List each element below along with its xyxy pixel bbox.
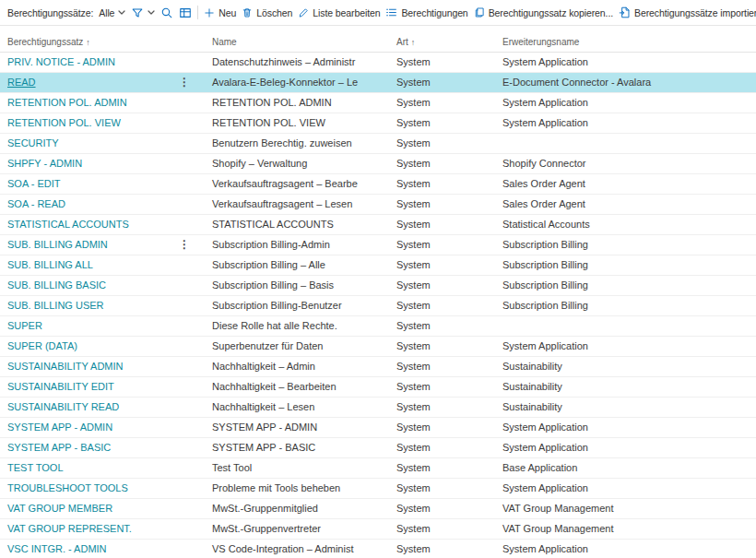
sort-ascending-icon: ↑ [411, 38, 416, 47]
copy-icon [474, 6, 485, 18]
permission-set-link[interactable]: SHPFY - ADMIN [7, 158, 82, 169]
table-row[interactable]: SHPFY - ADMIN Shopify – Verwaltung Syste… [0, 153, 756, 173]
table-row[interactable]: SYSTEM APP - BASIC SYSTEM APP - BASIC Sy… [0, 437, 756, 457]
table-row[interactable]: STATISTICAL ACCOUNTS STATISTICAL ACCOUNT… [0, 214, 756, 234]
table-row[interactable]: SUSTAINABILITY READ Nachhaltigkeit – Les… [0, 397, 756, 417]
cell-name: Avalara-E-Beleg-Konnektor – Le [205, 72, 389, 92]
permission-set-link[interactable]: SUSTAINABILITY ADMIN [7, 361, 124, 372]
table-row[interactable]: SOA - READ Verkaufsauftragsagent – Lesen… [0, 194, 756, 214]
col-header-erweiterungsname[interactable]: Erweiterungsname [495, 26, 756, 52]
permission-set-link[interactable]: TEST TOOL [7, 462, 64, 473]
table-row[interactable]: SUSTAINABILITY ADMIN Nachhaltigkeit – Ad… [0, 356, 756, 376]
permission-set-link[interactable]: SUB. BILLING ALL [7, 259, 93, 270]
cell-name: Subscription Billing – Basis [205, 275, 389, 295]
table-row[interactable]: VSC INTGR. - ADMIN VS Code-Integration –… [0, 539, 756, 558]
cell-extension [495, 133, 756, 153]
chevron-down-icon [118, 10, 125, 15]
permission-set-link[interactable]: SECURITY [7, 137, 59, 148]
view-filter-dropdown[interactable]: Alle [99, 7, 125, 18]
permission-set-link[interactable]: SUB. BILLING BASIC [7, 279, 106, 291]
table-row[interactable]: SUSTAINABILITY EDIT Nachhaltigkeit – Bea… [0, 376, 756, 397]
cell-name: Datenschutzhinweis – Administr [205, 52, 389, 72]
view-filter-value: Alle [99, 7, 114, 18]
table-row[interactable]: SUB. BILLING BASIC Subscription Billing … [0, 275, 756, 295]
list-caption: Berechtigungssätze: [7, 7, 93, 18]
table-row[interactable]: VAT GROUP REPRESENT. MwSt.-Gruppenvertre… [0, 518, 756, 539]
import-permission-sets-button[interactable]: Berechtigungssätze importieren [619, 6, 756, 18]
permission-set-link[interactable]: SOA - READ [7, 198, 65, 209]
filter-button[interactable] [131, 6, 155, 19]
col-header-name[interactable]: Name [205, 26, 389, 52]
column-label: Name [212, 37, 237, 47]
cell-extension: Statistical Accounts [495, 214, 756, 234]
search-button[interactable] [160, 6, 173, 19]
permission-set-link[interactable]: SUPER [7, 320, 42, 331]
cell-extension: System Application [495, 113, 756, 133]
table-row[interactable]: SUB. BILLING ADMIN⋮ Subscription Billing… [0, 234, 756, 255]
filter-icon [131, 6, 144, 19]
permission-set-link[interactable]: SUB. BILLING ADMIN [7, 239, 108, 250]
table-row[interactable]: PRIV. NOTICE - ADMIN Datenschutzhinweis … [0, 52, 756, 72]
table-row[interactable]: SUPER (DATA) Superbenutzer für Daten Sys… [0, 336, 756, 356]
permission-set-link[interactable]: STATISTICAL ACCOUNTS [7, 219, 129, 230]
permission-set-link[interactable]: SOA - EDIT [7, 178, 60, 189]
cell-name: Superbenutzer für Daten [205, 336, 389, 356]
cell-art: System [389, 498, 495, 518]
cell-name: Probleme mit Tools beheben [205, 478, 389, 498]
permission-set-link[interactable]: TROUBLESHOOT TOOLS [7, 482, 128, 493]
action-label: Berechtigungssatz kopieren... [489, 7, 613, 18]
table-row[interactable]: RETENTION POL. VIEW RETENTION POL. VIEW … [0, 113, 756, 133]
table-body: PRIV. NOTICE - ADMIN Datenschutzhinweis … [0, 52, 756, 558]
table-row[interactable]: RETENTION POL. ADMIN RETENTION POL. ADMI… [0, 92, 756, 113]
permission-set-link[interactable]: RETENTION POL. VIEW [7, 117, 121, 128]
table-row[interactable]: SOA - EDIT Verkaufsauftragsagent – Bearb… [0, 173, 756, 194]
table-row[interactable]: SUB. BILLING ALL Subscription Billing – … [0, 255, 756, 275]
permission-set-link[interactable]: SUSTAINABILITY EDIT [7, 381, 114, 392]
table-row[interactable]: TROUBLESHOOT TOOLS Probleme mit Tools be… [0, 478, 756, 498]
copy-permission-set-button[interactable]: Berechtigungssatz kopieren... [474, 6, 613, 18]
permission-set-link[interactable]: RETENTION POL. ADMIN [7, 97, 127, 108]
row-menu-icon[interactable]: ⋮ [179, 77, 190, 88]
cell-name: RETENTION POL. ADMIN [205, 92, 389, 113]
permission-set-link[interactable]: SUSTAINABILITY READ [7, 401, 119, 412]
permissions-button[interactable]: Berechtigungen [385, 6, 467, 18]
cell-art: System [389, 356, 495, 376]
permissions-list-icon [385, 6, 397, 18]
new-button[interactable]: Neu [204, 7, 236, 18]
permission-set-link[interactable]: SYSTEM APP - ADMIN [7, 421, 112, 433]
sort-ascending-icon: ↑ [86, 38, 90, 47]
col-header-berechtigungssatz[interactable]: Berechtigungssatz↑ [0, 26, 205, 52]
permission-set-link[interactable]: SUB. BILLING USER [7, 300, 104, 311]
cell-art: System [389, 397, 495, 417]
row-menu-icon[interactable]: ⋮ [179, 239, 190, 250]
cell-art: System [389, 539, 495, 558]
permission-set-link[interactable]: SYSTEM APP - BASIC [7, 442, 111, 453]
cell-art: System [389, 214, 495, 234]
col-header-art[interactable]: Art↑ [389, 26, 495, 52]
pencil-icon [298, 7, 309, 18]
table-row[interactable]: SECURITY Benutzern Berechtig. zuweisen S… [0, 133, 756, 153]
delete-button[interactable]: Löschen [242, 6, 292, 18]
table-row[interactable]: SUPER Diese Rolle hat alle Rechte. Syste… [0, 315, 756, 336]
edit-list-button[interactable]: Liste bearbeiten [298, 7, 380, 18]
cell-name: Nachhaltigkeit – Lesen [205, 397, 389, 417]
cell-art: System [389, 133, 495, 153]
permission-set-link[interactable]: VSC INTGR. - ADMIN [7, 543, 107, 554]
action-label: Neu [219, 7, 236, 18]
cell-art: System [389, 437, 495, 457]
permission-set-link[interactable]: READ [7, 77, 36, 88]
table-row[interactable]: VAT GROUP MEMBER MwSt.-Gruppenmitglied S… [0, 498, 756, 518]
cell-name: Nachhaltigkeit – Bearbeiten [205, 376, 389, 397]
permission-set-link[interactable]: SUPER (DATA) [7, 340, 77, 351]
permission-set-link[interactable]: VAT GROUP MEMBER [7, 503, 112, 514]
table-row[interactable]: SUB. BILLING USER Subscription Billing-B… [0, 295, 756, 315]
cell-name: SYSTEM APP - BASIC [205, 437, 389, 457]
table-row[interactable]: SYSTEM APP - ADMIN SYSTEM APP - ADMIN Sy… [0, 417, 756, 437]
analyze-button[interactable] [179, 6, 192, 19]
permission-set-link[interactable]: PRIV. NOTICE - ADMIN [7, 56, 115, 67]
cell-extension: VAT Group Management [495, 498, 756, 518]
cell-name: Subscription Billing-Benutzer [205, 295, 389, 315]
table-row[interactable]: TEST TOOL Test Tool System Base Applicat… [0, 457, 756, 478]
permission-set-link[interactable]: VAT GROUP REPRESENT. [7, 523, 132, 534]
table-row[interactable]: READ⋮ Avalara-E-Beleg-Konnektor – Le Sys… [0, 72, 756, 92]
